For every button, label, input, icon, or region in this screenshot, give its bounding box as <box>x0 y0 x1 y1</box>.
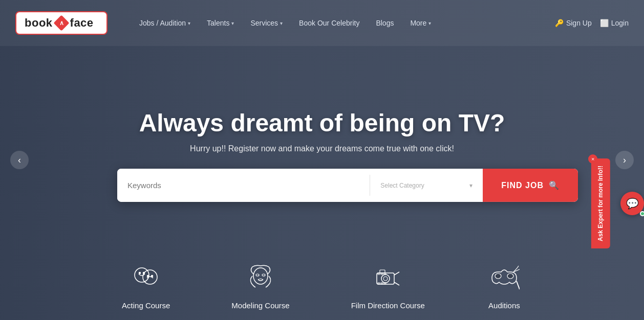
category-film[interactable]: Film Direction Course <box>351 260 425 310</box>
svg-rect-20 <box>384 283 386 284</box>
logo-text-after: face <box>70 16 94 30</box>
find-job-button[interactable]: FIND JOB 🔍 <box>483 169 578 202</box>
search-input[interactable] <box>117 169 370 202</box>
ask-expert-widget: × Ask Expert for more Info!! 💬 <box>591 158 644 248</box>
camera-icon <box>370 260 406 296</box>
masks-icon <box>128 260 164 296</box>
svg-point-4 <box>147 276 149 277</box>
svg-point-3 <box>143 272 145 274</box>
nav-item-more[interactable]: More ▾ <box>404 15 437 31</box>
svg-point-8 <box>262 274 265 276</box>
svg-rect-18 <box>378 283 380 284</box>
chevron-down-icon: ▾ <box>469 181 473 189</box>
svg-point-7 <box>256 274 259 276</box>
chevron-down-icon: ▾ <box>188 20 190 26</box>
chat-button[interactable]: 💬 <box>620 192 644 215</box>
hero-section: book face Jobs / Audition ▾ Talents ▾ Se… <box>0 0 644 320</box>
svg-rect-16 <box>381 273 383 275</box>
hero-subtitle: Hurry up!! Register now and make your dr… <box>117 144 527 153</box>
logo-diamond-icon <box>53 15 69 31</box>
auditions-label: Auditions <box>488 301 520 310</box>
svg-point-2 <box>139 272 141 274</box>
svg-point-1 <box>143 270 157 284</box>
chevron-down-icon: ▾ <box>428 20 431 26</box>
svg-rect-17 <box>384 273 386 275</box>
modeling-svg <box>245 263 276 293</box>
category-select[interactable]: Select Category ▾ <box>370 169 483 202</box>
svg-point-22 <box>507 273 513 279</box>
svg-rect-19 <box>381 283 383 284</box>
film-label: Film Direction Course <box>351 301 425 310</box>
prev-arrow[interactable]: ‹ <box>10 151 29 169</box>
acting-svg <box>131 263 161 293</box>
svg-point-6 <box>253 268 268 284</box>
nav-item-talents[interactable]: Talents ▾ <box>201 15 240 31</box>
search-bar: Select Category ▾ FIND JOB 🔍 <box>117 169 578 202</box>
nav-item-celebrity[interactable]: Book Our Celebrity <box>293 15 366 31</box>
categories-row: Acting Course <box>0 260 644 310</box>
navbar: book face Jobs / Audition ▾ Talents ▾ Se… <box>0 0 644 46</box>
svg-point-21 <box>495 273 501 279</box>
chevron-down-icon: ▾ <box>280 20 283 26</box>
nav-links: Jobs / Audition ▾ Talents ▾ Services ▾ B… <box>133 15 545 31</box>
auditions-svg <box>489 263 520 293</box>
hero-content: Always dreamt of being on TV? Hurry up!!… <box>117 109 527 202</box>
chat-icon: 💬 <box>626 197 639 210</box>
svg-point-11 <box>383 277 388 281</box>
signup-button[interactable]: 🔑 Sign Up <box>555 19 592 27</box>
search-icon: 🔍 <box>549 180 560 190</box>
chat-bubble-wrapper: 💬 <box>615 192 644 215</box>
acting-label: Acting Course <box>122 301 170 310</box>
nav-auth: 🔑 Sign Up ⬜ Login <box>555 19 629 27</box>
svg-point-10 <box>381 275 390 283</box>
chevron-down-icon: ▾ <box>231 20 234 26</box>
category-auditions[interactable]: Auditions <box>486 260 522 310</box>
nav-item-jobs[interactable]: Jobs / Audition ▾ <box>133 15 197 31</box>
left-arrow-icon: ‹ <box>18 155 21 166</box>
modeling-label: Modeling Course <box>231 301 289 310</box>
category-acting[interactable]: Acting Course <box>122 260 170 310</box>
logo-text-before: book <box>25 16 53 30</box>
svg-rect-12 <box>380 270 385 273</box>
nav-item-services[interactable]: Services ▾ <box>244 15 289 31</box>
key-icon: 🔑 <box>555 19 564 27</box>
mask-icon <box>486 260 522 296</box>
online-indicator <box>640 211 644 216</box>
svg-point-0 <box>135 268 149 282</box>
svg-line-13 <box>394 272 399 275</box>
face-icon <box>243 260 278 296</box>
login-button[interactable]: ⬜ Login <box>600 19 629 27</box>
nav-item-blogs[interactable]: Blogs <box>370 15 400 31</box>
ask-expert-tag[interactable]: Ask Expert for more Info!! <box>591 158 610 248</box>
svg-line-14 <box>394 282 399 285</box>
svg-rect-15 <box>378 273 380 275</box>
svg-line-23 <box>517 281 520 289</box>
film-svg <box>373 263 403 293</box>
svg-point-5 <box>152 276 153 277</box>
login-icon: ⬜ <box>600 19 609 27</box>
hero-title: Always dreamt of being on TV? <box>117 109 527 137</box>
logo[interactable]: book face <box>15 11 108 35</box>
category-modeling[interactable]: Modeling Course <box>231 260 289 310</box>
